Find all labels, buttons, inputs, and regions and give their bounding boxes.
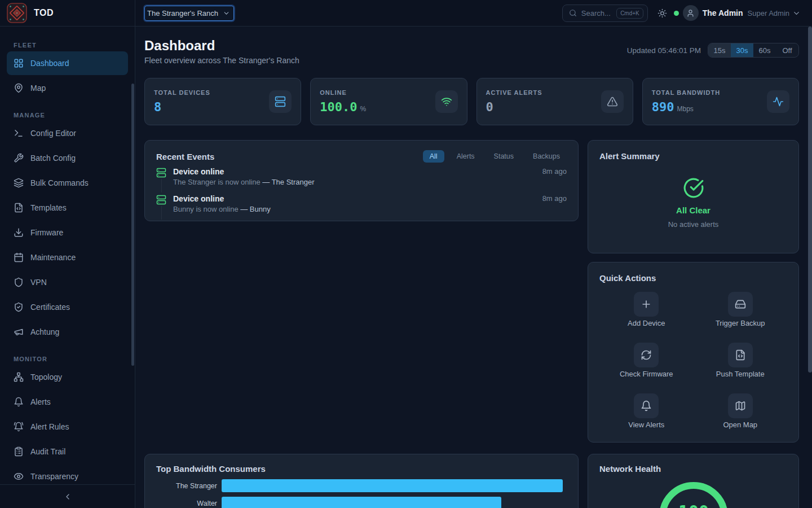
- quick-action-open-map[interactable]: Open Map: [694, 393, 788, 429]
- user-menu-button[interactable]: [792, 9, 801, 17]
- nav-section-monitor: MONITORTopologyAlertsAlert RulesAudit Tr…: [7, 355, 128, 484]
- sidebar-item-batch-config[interactable]: Batch Config: [7, 146, 128, 170]
- nav-section-manage: MANAGEConfig EditorBatch ConfigBulk Comm…: [7, 111, 128, 344]
- event-filters: AllAlertsStatusBackups: [423, 150, 567, 163]
- sidebar-item-label: Dashboard: [30, 59, 69, 68]
- sidebar-item-topology[interactable]: Topology: [7, 365, 128, 389]
- svg-text:100: 100: [678, 502, 708, 508]
- quick-action-view-alerts[interactable]: View Alerts: [599, 393, 694, 429]
- sidebar-item-label: Certificates: [30, 303, 70, 312]
- network-health-title: Network Health: [599, 464, 661, 474]
- sidebar-item-label: Batch Config: [30, 154, 76, 163]
- plus-icon: [634, 292, 659, 317]
- sidebar-item-achtung[interactable]: Achtung: [7, 320, 128, 344]
- sidebar-item-bulk-commands[interactable]: Bulk Commands: [7, 171, 128, 195]
- page-subtitle: Fleet overview across The Stranger's Ran…: [144, 56, 299, 65]
- refresh-icon: [634, 343, 659, 367]
- stat-value: 0: [486, 100, 493, 114]
- brand: TOD: [0, 0, 135, 27]
- sidebar-item-label: Bulk Commands: [30, 178, 89, 187]
- sidebar-item-alert-rules[interactable]: Alert Rules: [7, 415, 128, 439]
- refresh-option-15s[interactable]: 15s: [708, 43, 731, 57]
- quick-action-add-device[interactable]: Add Device: [599, 292, 694, 327]
- download-icon: [14, 227, 24, 238]
- ranch-selector[interactable]: The Stranger's Ranch: [144, 6, 234, 21]
- ranch-selector-value: The Stranger's Ranch: [147, 9, 218, 17]
- user-role: Super Admin: [748, 9, 789, 17]
- sidebar-item-map[interactable]: Map: [7, 76, 128, 100]
- stat-card-total-bandwidth: TOTAL BANDWIDTH890Mbps: [642, 78, 799, 125]
- event-row: Device onlineBunny is now online — Bunny…: [156, 194, 567, 221]
- stat-card-online: ONLINE100.0%: [310, 78, 467, 125]
- stat-cards: TOTAL DEVICES8ONLINE100.0%ACTIVE ALERTS0…: [144, 78, 799, 125]
- chevron-left-icon: [63, 492, 72, 501]
- sidebar: TOD FLEETDashboardMapMANAGEConfig Editor…: [0, 0, 135, 508]
- sidebar-item-config-editor[interactable]: Config Editor: [7, 121, 128, 145]
- theme-toggle-button[interactable]: [657, 8, 667, 18]
- sidebar-item-label: Map: [30, 84, 46, 93]
- sun-icon: [657, 8, 667, 18]
- quick-actions-title: Quick Actions: [599, 273, 656, 283]
- event-filter-status[interactable]: Status: [487, 150, 520, 163]
- sidebar-item-templates[interactable]: Templates: [7, 196, 128, 220]
- layers-icon: [14, 178, 24, 188]
- recent-events-title: Recent Events: [156, 152, 214, 161]
- avatar[interactable]: [683, 5, 699, 21]
- recent-events-panel: Recent Events AllAlertsStatusBackups Dev…: [144, 140, 579, 221]
- stat-value: 100.0: [320, 100, 357, 114]
- sidebar-item-audit-trail[interactable]: Audit Trail: [7, 440, 128, 463]
- sidebar-item-alerts[interactable]: Alerts: [7, 390, 128, 414]
- bar: [222, 479, 563, 492]
- refresh-option-60s[interactable]: 60s: [753, 43, 776, 57]
- event-filter-backups[interactable]: Backups: [526, 150, 567, 163]
- quick-action-push-template[interactable]: Push Template: [694, 343, 788, 378]
- updated-timestamp: Updated 05:46:01 PM: [627, 46, 701, 55]
- refresh-option-off[interactable]: Off: [776, 43, 798, 57]
- server-icon: [156, 168, 166, 178]
- sidebar-item-label: Firmware: [30, 228, 63, 237]
- calendar-icon: [14, 252, 24, 262]
- server-icon: [269, 90, 292, 113]
- sidebar-item-transparency[interactable]: Transparency: [7, 465, 128, 484]
- check-circle-icon: [683, 177, 704, 199]
- sidebar-item-label: Alerts: [30, 397, 51, 406]
- sidebar-item-maintenance[interactable]: Maintenance: [7, 246, 128, 269]
- wrench-icon: [14, 153, 24, 163]
- chevron-down-icon: [792, 9, 801, 17]
- megaphone-icon: [14, 327, 24, 337]
- bell-icon: [14, 397, 24, 407]
- events-list: Device onlineThe Stranger is now online …: [156, 167, 567, 221]
- hard-drive-icon: [728, 292, 753, 317]
- sidebar-item-label: Maintenance: [30, 253, 76, 262]
- bandwidth-row-the-stranger: The Stranger: [156, 479, 567, 492]
- event-filter-all[interactable]: All: [423, 150, 444, 163]
- alert-summary-title: Alert Summary: [599, 151, 787, 161]
- search-input[interactable]: Search... Cmd+K: [562, 5, 648, 22]
- bandwidth-title: Top Bandwidth Consumers: [156, 464, 266, 474]
- sidebar-scrollbar[interactable]: [131, 84, 134, 366]
- quick-actions-panel: Quick Actions Add DeviceTrigger BackupCh…: [588, 262, 799, 443]
- alert-detail: No active alerts: [668, 220, 719, 229]
- refresh-option-30s[interactable]: 30s: [731, 43, 753, 57]
- page-title: Dashboard: [144, 37, 299, 54]
- bell-ring-icon: [14, 422, 24, 432]
- sidebar-item-certificates[interactable]: Certificates: [7, 295, 128, 319]
- brand-logo-icon: [7, 3, 27, 23]
- quick-action-label: View Alerts: [628, 421, 664, 429]
- sidebar-item-vpn[interactable]: VPN: [7, 270, 128, 294]
- sidebar-item-firmware[interactable]: Firmware: [7, 221, 128, 244]
- event-row: Device onlineThe Stranger is now online …: [156, 167, 567, 194]
- file-code-icon: [728, 343, 753, 367]
- sidebar-collapse-button[interactable]: [0, 484, 135, 508]
- sidebar-item-dashboard[interactable]: Dashboard: [7, 51, 128, 75]
- quick-action-check-firmware[interactable]: Check Firmware: [599, 343, 694, 378]
- window-scrollbar[interactable]: [808, 27, 812, 373]
- network-icon: [14, 372, 24, 382]
- chevron-down-icon: [223, 10, 230, 17]
- nav-section-label: MONITOR: [14, 355, 128, 363]
- wifi-icon: [435, 90, 458, 113]
- event-filter-alerts[interactable]: Alerts: [450, 150, 482, 163]
- search-shortcut-badge: Cmd+K: [616, 8, 643, 19]
- sidebar-item-label: Config Editor: [30, 129, 76, 138]
- quick-action-trigger-backup[interactable]: Trigger Backup: [694, 292, 788, 327]
